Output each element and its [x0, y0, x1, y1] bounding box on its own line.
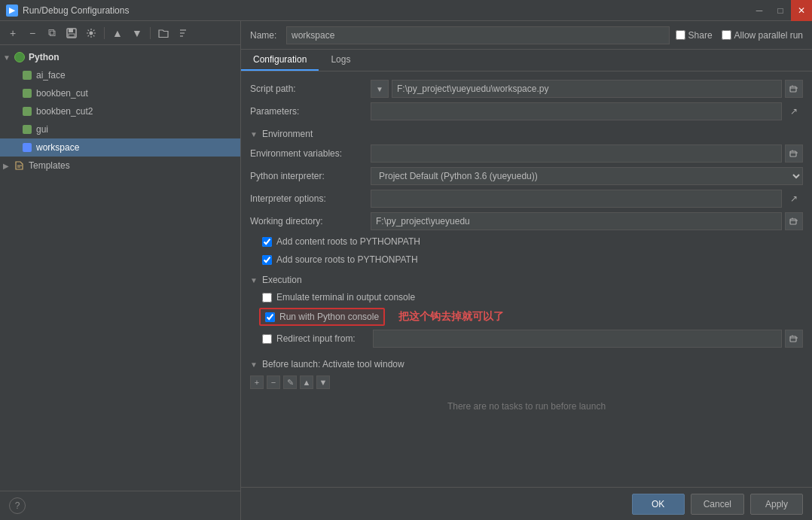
no-tasks-text: There are no tasks to run before launch: [241, 392, 812, 421]
interpreter-options-row: Interpreter options: ↗: [241, 187, 812, 210]
add-content-roots-row: Add content roots to PYTHONPATH: [241, 233, 812, 251]
close-button[interactable]: ✕: [791, 0, 812, 21]
settings-button[interactable]: [83, 25, 99, 41]
run-python-console-container: Run with Python console 把这个钩去掉就可以了: [241, 308, 812, 326]
move-down-button[interactable]: ▼: [129, 25, 145, 41]
remove-config-button[interactable]: −: [24, 25, 41, 41]
svg-rect-11: [790, 336, 796, 342]
add-source-roots-checkbox[interactable]: [262, 255, 272, 265]
config-tree: ▼ Python ai_face bookben_cut: [0, 45, 240, 491]
working-dir-input[interactable]: [371, 212, 782, 230]
save-config-button[interactable]: [63, 25, 80, 41]
working-dir-browse[interactable]: [785, 212, 803, 230]
toolbar-separator2: [150, 27, 151, 39]
config-item-workspace[interactable]: workspace: [0, 138, 240, 157]
name-row: Name: Share Allow parallel run: [241, 21, 812, 50]
help-button[interactable]: ?: [9, 497, 26, 514]
execution-arrow: ▼: [250, 276, 258, 284]
name-input[interactable]: [286, 26, 670, 44]
parameters-input[interactable]: [371, 102, 782, 120]
config-item-ai-face[interactable]: ai_face: [0, 66, 240, 84]
ok-button[interactable]: OK: [632, 494, 685, 515]
parameters-expand-btn[interactable]: ↗: [785, 102, 803, 120]
templates-group-item[interactable]: ▶ Templates: [0, 157, 240, 175]
parameters-wrapper: ↗: [371, 102, 803, 120]
copy-config-button[interactable]: ⧉: [44, 25, 60, 41]
before-launch-label: Before launch: Activate tool window: [262, 359, 404, 369]
tab-configuration[interactable]: Configuration: [241, 50, 319, 71]
environment-section-header[interactable]: ▼ Environment: [241, 126, 812, 142]
script-path-label: Script path:: [250, 84, 371, 94]
move-up-button[interactable]: ▲: [109, 25, 126, 41]
parameters-label: Parameters:: [250, 106, 371, 117]
add-source-roots-row: Add source roots to PYTHONPATH: [241, 251, 812, 269]
main-container: + − ⧉ ▲ ▼: [0, 21, 812, 520]
share-checkbox[interactable]: [676, 30, 685, 40]
run-python-console-label[interactable]: Run with Python console: [265, 312, 379, 322]
env-variables-input[interactable]: [371, 144, 782, 163]
name-label: Name:: [250, 30, 280, 41]
templates-group-icon: [14, 160, 26, 172]
env-variables-browse[interactable]: [785, 144, 803, 163]
before-launch-down[interactable]: ▼: [316, 376, 330, 389]
redirect-input-field[interactable]: [373, 330, 782, 348]
add-content-roots-text: Add content roots to PYTHONPATH: [276, 236, 420, 247]
python-interpreter-select[interactable]: Project Default (Python 3.6 (yueyuedu)): [371, 167, 803, 185]
before-launch-header[interactable]: ▼ Before launch: Activate tool window: [241, 356, 812, 373]
env-variables-wrapper: [371, 144, 803, 163]
before-launch-arrow: ▼: [250, 360, 258, 369]
svg-rect-10: [790, 219, 796, 224]
interpreter-options-wrapper: ↗: [371, 190, 803, 208]
share-checkbox-label[interactable]: Share: [676, 30, 713, 41]
working-dir-row: Working directory:: [241, 210, 812, 233]
config-icon-bookben-cut2: [21, 105, 33, 117]
python-group-label: Python: [29, 52, 60, 62]
bottom-bar: OK Cancel Apply: [241, 487, 812, 520]
parallel-checkbox[interactable]: [722, 30, 731, 40]
cancel-button[interactable]: Cancel: [691, 494, 744, 515]
working-dir-label: Working directory:: [250, 216, 371, 227]
script-path-input[interactable]: [392, 80, 782, 98]
add-source-roots-text: Add source roots to PYTHONPATH: [276, 254, 418, 265]
run-python-console-checkbox[interactable]: [265, 312, 275, 322]
minimize-button[interactable]: ─: [749, 0, 770, 21]
apply-button[interactable]: Apply: [750, 494, 803, 515]
redirect-input-checkbox[interactable]: [262, 334, 272, 344]
python-group-item[interactable]: ▼ Python: [0, 48, 240, 66]
maximize-button[interactable]: □: [770, 0, 791, 21]
script-type-dropdown[interactable]: ▼: [371, 80, 389, 98]
environment-label: Environment: [262, 129, 313, 139]
folder-button[interactable]: [155, 25, 172, 41]
templates-expand-arrow: ▶: [3, 162, 14, 170]
interpreter-options-expand-btn[interactable]: ↗: [785, 190, 803, 208]
script-path-browse[interactable]: [785, 80, 803, 98]
before-launch-add[interactable]: +: [250, 376, 264, 389]
config-item-gui[interactable]: gui: [0, 120, 240, 138]
parallel-checkbox-label[interactable]: Allow parallel run: [722, 30, 803, 41]
redirect-input-row: Redirect input from:: [241, 327, 812, 350]
add-content-roots-checkbox[interactable]: [262, 237, 272, 247]
interpreter-options-label: Interpreter options:: [250, 193, 371, 204]
config-item-bookben-cut2[interactable]: bookben_cut2: [0, 102, 240, 120]
emulate-terminal-text: Emulate terminal in output console: [276, 292, 415, 303]
working-dir-wrapper: [371, 212, 803, 230]
add-content-roots-label[interactable]: Add content roots to PYTHONPATH: [262, 236, 420, 247]
before-launch-section: ▼ Before launch: Activate tool window + …: [241, 356, 812, 421]
before-launch-up[interactable]: ▲: [300, 376, 313, 389]
interpreter-options-input[interactable]: [371, 190, 782, 208]
left-panel-footer: ?: [0, 491, 240, 520]
python-interpreter-wrapper: Project Default (Python 3.6 (yueyuedu)): [371, 167, 803, 185]
before-launch-remove[interactable]: −: [267, 376, 280, 389]
tab-logs[interactable]: Logs: [319, 50, 362, 71]
add-config-button[interactable]: +: [5, 25, 21, 41]
before-launch-edit[interactable]: ✎: [283, 376, 297, 389]
sort-button[interactable]: [175, 25, 191, 41]
emulate-terminal-label[interactable]: Emulate terminal in output console: [262, 292, 415, 303]
add-source-roots-label[interactable]: Add source roots to PYTHONPATH: [262, 254, 418, 265]
config-item-bookben-cut[interactable]: bookben_cut: [0, 84, 240, 102]
execution-section-header[interactable]: ▼ Execution: [241, 272, 812, 288]
parameters-row: Parameters: ↗: [241, 100, 812, 123]
config-content: Script path: ▼ Parameters:: [241, 71, 812, 487]
redirect-input-browse[interactable]: [785, 330, 803, 348]
emulate-terminal-checkbox[interactable]: [262, 293, 272, 303]
